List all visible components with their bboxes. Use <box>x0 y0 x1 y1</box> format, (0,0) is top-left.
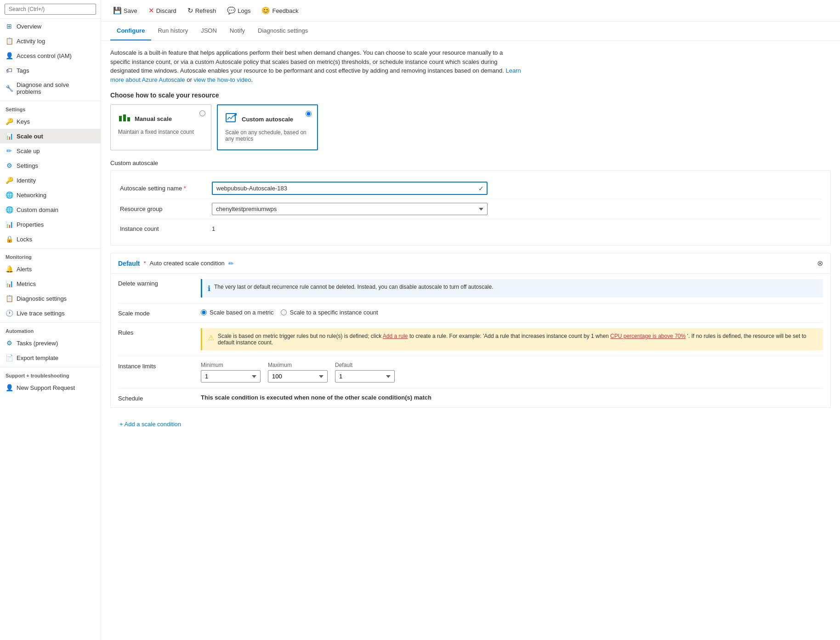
sidebar-item-label: Tags <box>17 67 29 74</box>
tab-diagnostic-settings[interactable]: Diagnostic settings <box>251 22 314 40</box>
sidebar-item-tags[interactable]: 🏷 Tags <box>0 63 101 78</box>
max-select[interactable]: 100 <box>268 370 328 383</box>
sidebar-item-access-control[interactable]: 👤 Access control (IAM) <box>0 48 101 63</box>
tab-bar: Configure Run history JSON Notify Diagno… <box>101 22 840 41</box>
sidebar-item-label: Alerts <box>17 266 32 273</box>
schedule-note: This scale condition is executed when no… <box>201 394 431 401</box>
sidebar-item-scale-up[interactable]: ✏ Scale up <box>0 143 101 158</box>
form-instance-count-label: Instance count <box>120 225 212 232</box>
scale-metric-radio[interactable] <box>201 309 207 315</box>
save-icon: 💾 <box>113 6 122 15</box>
condition-row-instance-limits: Instance limits Minimum 1 M <box>118 356 823 389</box>
condition-required: * <box>143 260 146 267</box>
sidebar-item-identity[interactable]: 🔑 Identity <box>0 173 101 188</box>
sidebar-item-label: Overview <box>17 23 41 30</box>
main-content: 💾 Save ✕ Discard ↻ Refresh 💬 Logs 😊 Feed… <box>101 0 840 640</box>
sidebar-item-metrics[interactable]: 📊 Metrics <box>0 276 101 291</box>
condition-row-scale-mode: Scale mode Scale based on a metric Scale… <box>118 303 823 323</box>
manual-scale-icon <box>118 112 131 125</box>
tasks-icon: ⚙ <box>6 339 13 347</box>
sidebar-item-label: Keys <box>17 118 30 125</box>
required-indicator: * <box>184 185 186 192</box>
svg-rect-3 <box>226 114 235 122</box>
scale-instance-option[interactable]: Scale to a specific instance count <box>281 309 378 316</box>
sidebar-item-export-template[interactable]: 📄 Export template <box>0 350 101 365</box>
scale-metric-option[interactable]: Scale based on a metric <box>201 309 273 316</box>
sidebar-item-custom-domain[interactable]: 🌐 Custom domain <box>0 202 101 217</box>
tab-configure[interactable]: Configure <box>110 22 151 40</box>
refresh-icon: ↻ <box>187 6 193 15</box>
form-name-value: ✓ <box>212 182 821 195</box>
autoscale-name-input[interactable] <box>212 182 488 195</box>
sidebar-item-diagnose[interactable]: 🔧 Diagnose and solve problems <box>0 78 101 99</box>
tags-icon: 🏷 <box>6 67 13 74</box>
sidebar-item-tasks[interactable]: ⚙ Tasks (preview) <box>0 336 101 350</box>
sidebar-item-label: Export template <box>17 354 58 361</box>
sidebar-item-keys[interactable]: 🔑 Keys <box>0 114 101 129</box>
delete-condition-icon[interactable]: ⊗ <box>817 259 823 268</box>
sidebar-item-diagnostic-settings[interactable]: 📋 Diagnostic settings <box>0 291 101 306</box>
tab-notify[interactable]: Notify <box>223 22 251 40</box>
sidebar-item-scale-out[interactable]: 📊 Scale out <box>0 129 101 143</box>
condition-title: Default <box>118 260 140 267</box>
sidebar-item-locks[interactable]: 🔒 Locks <box>0 232 101 246</box>
condition-sub: Auto created scale condition <box>150 260 225 267</box>
custom-autoscale-header: Custom autoscale <box>225 113 293 126</box>
save-button[interactable]: 💾 Save <box>108 4 142 17</box>
condition-row-rules: Rules ⚠ Scale is based on metric trigger… <box>118 323 823 356</box>
manual-scale-header: Manual scale <box>118 112 172 125</box>
schedule-label: Schedule <box>118 394 201 402</box>
sidebar-item-activity-log[interactable]: 📋 Activity log <box>0 34 101 48</box>
logs-button[interactable]: 💬 Logs <box>222 4 255 17</box>
scale-mode-content: Scale based on a metric Scale to a speci… <box>201 309 823 316</box>
sidebar-item-properties[interactable]: 📊 Properties <box>0 217 101 232</box>
feedback-icon: 😊 <box>261 6 270 15</box>
refresh-button[interactable]: ↻ Refresh <box>183 4 221 17</box>
form-row-name: Autoscale setting name * ✓ <box>120 178 821 199</box>
sidebar-item-networking[interactable]: 🌐 Networking <box>0 188 101 202</box>
manual-scale-card[interactable]: Manual scale Maintain a fixed instance c… <box>110 104 211 150</box>
monitoring-section-header: Monitoring <box>0 248 101 262</box>
max-label: Maximum <box>268 362 328 368</box>
add-scale-condition-link[interactable]: + Add a scale condition <box>119 421 822 428</box>
sidebar-item-new-support[interactable]: 👤 New Support Request <box>0 380 101 395</box>
custom-autoscale-desc: Scale on any schedule, based on any metr… <box>225 129 310 142</box>
resource-group-select[interactable]: chenyltestpremiumwps <box>212 203 488 215</box>
scale-mode-radio-group: Scale based on a metric Scale to a speci… <box>201 309 823 316</box>
default-select[interactable]: 1 <box>335 370 395 383</box>
check-icon: ✓ <box>478 185 484 192</box>
scale-choice-title: Choose how to scale your resource <box>110 91 831 99</box>
cpu-percentage-text: CPU percentage is above 70% <box>610 333 686 339</box>
custom-autoscale-radio[interactable] <box>306 111 312 117</box>
info-icon: ℹ <box>208 284 210 293</box>
tab-run-history[interactable]: Run history <box>151 22 194 40</box>
feedback-button[interactable]: 😊 Feedback <box>257 4 303 17</box>
sidebar-item-live-trace[interactable]: 🕐 Live trace settings <box>0 306 101 320</box>
info-box: ℹ The very last or default recurrence ru… <box>201 279 823 297</box>
support-section-header: Support + troubleshooting <box>0 367 101 380</box>
warning-icon: ⚠ <box>208 333 214 342</box>
description-text: Autoscale is a built-in feature that hel… <box>110 48 524 84</box>
scale-options: Manual scale Maintain a fixed instance c… <box>110 104 831 150</box>
sidebar-item-alerts[interactable]: 🔔 Alerts <box>0 262 101 276</box>
sidebar-item-label: Live trace settings <box>17 310 65 317</box>
identity-icon: 🔑 <box>6 177 13 184</box>
discard-button[interactable]: ✕ Discard <box>144 4 181 17</box>
manual-scale-radio[interactable] <box>199 110 205 116</box>
custom-autoscale-card[interactable]: Custom autoscale Scale on any schedule, … <box>217 104 318 150</box>
default-limit: Default 1 <box>335 362 395 383</box>
sidebar-item-settings[interactable]: ⚙ Settings <box>0 158 101 173</box>
add-a-rule-link[interactable]: Add a rule <box>383 333 408 339</box>
edit-condition-icon[interactable]: ✏ <box>228 260 234 267</box>
manual-scale-title: Manual scale <box>135 115 172 122</box>
scale-instance-radio[interactable] <box>281 309 287 315</box>
svg-rect-0 <box>119 116 122 121</box>
sidebar-item-overview[interactable]: ⊞ Overview <box>0 19 101 34</box>
min-select[interactable]: 1 <box>201 370 261 383</box>
search-input[interactable] <box>5 4 96 15</box>
tab-json[interactable]: JSON <box>194 22 223 40</box>
sidebar: ⊞ Overview 📋 Activity log 👤 Access contr… <box>0 0 101 640</box>
sidebar-item-label: Activity log <box>17 38 45 45</box>
how-to-video-link[interactable]: view the how-to video <box>193 76 251 83</box>
scale-mode-label: Scale mode <box>118 309 201 317</box>
